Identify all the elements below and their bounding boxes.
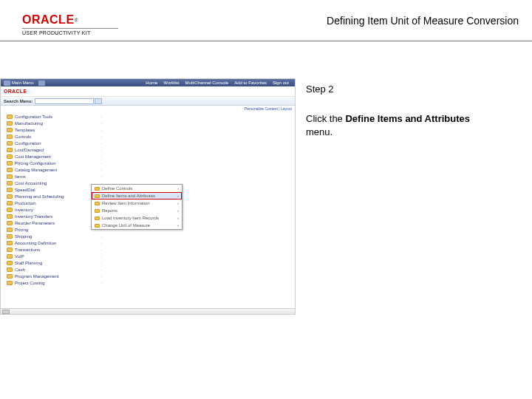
nav-item[interactable]: Cost Accounting· — [1, 180, 104, 186]
folder-icon — [7, 181, 13, 185]
folder-icon — [7, 261, 13, 265]
folder-icon — [7, 248, 13, 252]
main-menu-label[interactable]: Main Menu — [12, 81, 34, 85]
nav-item[interactable]: VoIP· — [1, 253, 104, 259]
chevron-right-icon: › — [177, 186, 182, 191]
logo-text: ORACLE — [22, 13, 75, 27]
folder-icon — [7, 228, 13, 232]
search-toolbar: Search Menu: — [1, 97, 295, 106]
chevron-right-icon: · — [100, 168, 104, 172]
topbar-link[interactable]: Home — [146, 81, 157, 85]
folder-icon — [7, 281, 13, 285]
folder-icon — [7, 274, 13, 279]
chevron-right-icon: › — [177, 194, 182, 198]
nav-item[interactable]: SpeedDial· — [1, 186, 104, 193]
folder-icon — [7, 267, 13, 272]
nav-dropdown-button[interactable] — [38, 81, 45, 86]
nav-item[interactable]: Pricing Configuration· — [1, 160, 104, 166]
scroll-knob[interactable] — [2, 310, 10, 314]
nav-item-label: Items — [15, 174, 26, 179]
nav-item-label: Configuration — [15, 141, 41, 146]
submenu-item-label: Load Inventory Item Records — [102, 216, 159, 220]
instruction-pre: Click the — [306, 113, 345, 124]
topbar-link[interactable]: MultiChannel Console — [185, 81, 229, 85]
nav-item[interactable]: Program Management· — [1, 273, 104, 279]
mini-oracle-logo: ORACLE — [4, 89, 27, 94]
brand-row: ORACLE — [1, 86, 295, 97]
nav-item[interactable]: Project Costing· — [1, 279, 104, 286]
chevron-right-icon: · — [100, 254, 104, 259]
nav-item[interactable]: Production· — [1, 200, 104, 206]
application-screenshot: Main Menu Home Worklist MultiChannel Con… — [0, 78, 296, 315]
submenu-item-highlighted[interactable]: Define Items and Attributes› — [92, 192, 182, 200]
topbar-link[interactable]: Worklist — [163, 81, 179, 85]
folder-icon — [7, 128, 13, 132]
nav-item-label: Production — [15, 201, 36, 205]
nav-item[interactable]: Controls· — [1, 133, 104, 140]
nav-item[interactable]: Inventory Transfers· — [1, 213, 104, 219]
chevron-right-icon: › — [177, 208, 182, 213]
nav-item-label: Pricing — [15, 228, 28, 232]
folder-icon — [7, 115, 13, 119]
chevron-right-icon: › — [177, 201, 182, 205]
search-go-button[interactable] — [95, 98, 102, 104]
nav-item[interactable]: Pricing· — [1, 226, 104, 233]
instruction-text: Click the Define Items and Attributes me… — [306, 112, 492, 139]
folder-icon — [7, 174, 13, 179]
personalize-link[interactable]: Personalize Content | Layout — [245, 106, 292, 111]
instruction-bold: Define Items and Attributes — [345, 113, 470, 124]
nav-item-label: Configuration Tools — [15, 115, 52, 119]
chevron-right-icon: · — [100, 174, 104, 179]
chevron-right-icon: · — [100, 115, 104, 119]
folder-icon — [7, 201, 13, 205]
submenu-item[interactable]: Review Item Information› — [92, 200, 182, 207]
submenu-item[interactable]: Define Controls› — [92, 185, 182, 192]
app-topbar: Main Menu Home Worklist MultiChannel Con… — [1, 79, 295, 86]
topbar-link[interactable]: Sign out — [273, 81, 289, 85]
nav-item-label: Cost Accounting — [15, 181, 47, 185]
nav-item[interactable]: Reorder Parameters· — [1, 219, 104, 226]
nav-item[interactable]: Inventory· — [1, 206, 104, 213]
folder-icon — [95, 194, 100, 198]
nav-item[interactable]: Manufacturing· — [1, 120, 104, 126]
horizontal-scrollbar[interactable] — [1, 308, 295, 314]
search-input[interactable] — [35, 98, 94, 104]
nav-item-label: Shipping — [15, 234, 32, 239]
nav-item[interactable]: Configuration· — [1, 140, 104, 146]
submenu-item[interactable]: Load Inventory Item Records› — [92, 214, 182, 222]
folder-icon — [7, 254, 13, 259]
submenu-item[interactable]: Reports› — [92, 207, 182, 214]
submenu-item-label: Review Item Information — [102, 201, 150, 205]
chevron-right-icon: · — [100, 121, 104, 126]
nav-item[interactable]: Accounting Definition· — [1, 239, 104, 246]
chevron-right-icon: · — [100, 274, 104, 279]
folder-icon — [7, 134, 13, 139]
nav-item[interactable]: Staff Planning· — [1, 259, 104, 266]
folder-icon — [95, 209, 100, 213]
chevron-right-icon: · — [100, 141, 104, 146]
nav-item[interactable]: Templates· — [1, 126, 104, 133]
folder-icon — [7, 161, 13, 166]
nav-item-label: Cost Management — [15, 154, 51, 159]
topbar-link[interactable]: Add to Favorites — [234, 81, 267, 85]
folder-icon — [7, 148, 13, 152]
nav-item[interactable]: Transactions· — [1, 246, 104, 253]
nav-item[interactable]: Shipping· — [1, 233, 104, 239]
nav-item-label: Reorder Parameters — [15, 221, 55, 225]
nav-item[interactable]: Cash· — [1, 266, 104, 273]
nav-item[interactable]: Catalog Management· — [1, 166, 104, 173]
nav-item-label: Templates — [15, 128, 35, 132]
nav-item-label: Catalog Management — [15, 168, 57, 172]
nav-item[interactable]: Items· — [1, 173, 104, 180]
folder-icon — [95, 187, 100, 191]
folder-icon — [7, 208, 13, 212]
chevron-right-icon: · — [100, 134, 104, 139]
nav-item[interactable]: Lost/Damaged· — [1, 146, 104, 153]
nav-item[interactable]: Planning and Scheduling· — [1, 193, 104, 200]
nav-back-button[interactable] — [4, 81, 10, 86]
nav-item-label: Cash — [15, 267, 25, 272]
nav-item[interactable]: Configuration Tools· — [1, 113, 104, 120]
submenu-item[interactable]: Change Unit of Measure› — [92, 222, 182, 229]
logo-suffix: ® — [75, 18, 79, 23]
nav-item[interactable]: Cost Management· — [1, 153, 104, 160]
